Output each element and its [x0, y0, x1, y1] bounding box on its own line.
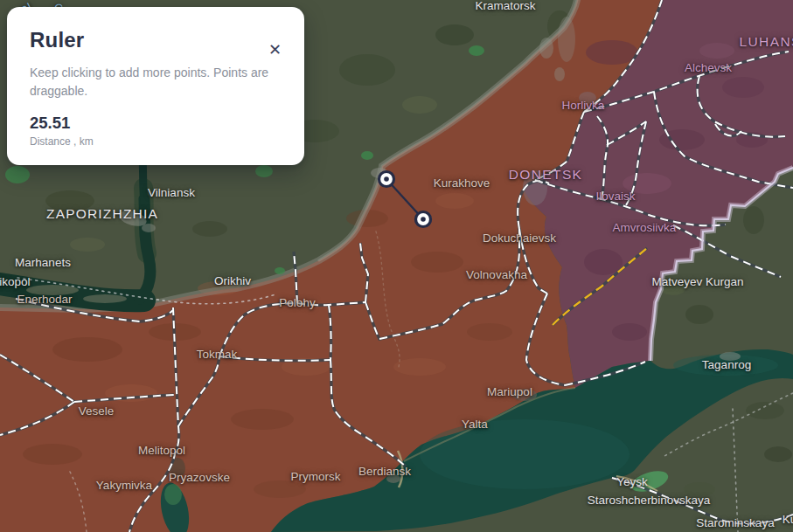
ruler-point[interactable] [379, 172, 394, 187]
close-button[interactable]: ✕ [265, 38, 285, 61]
panel-description: Keep clicking to add more points. Points… [30, 64, 275, 100]
map-app: KramatorskLUHANSKAlchevskHorlivkaDONETSK… [0, 0, 793, 532]
distance-value: 25.51 [30, 114, 282, 133]
distance-unit-label: Distance , km [30, 135, 282, 148]
ruler-panel: Ruler ✕ Keep clicking to add more points… [7, 7, 304, 165]
ruler-point[interactable] [416, 212, 431, 227]
panel-title: Ruler [30, 29, 282, 51]
